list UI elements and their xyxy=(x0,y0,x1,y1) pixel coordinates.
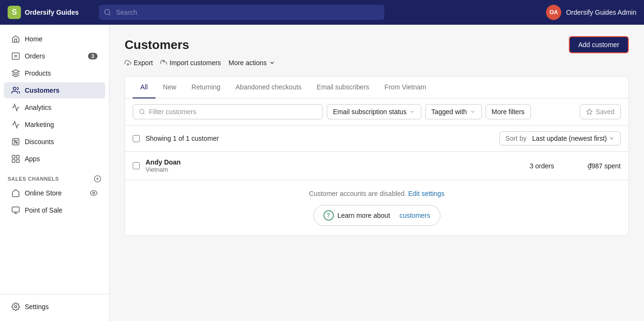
filter-search-box[interactable] xyxy=(133,104,323,119)
sidebar-label-settings: Settings xyxy=(25,303,49,311)
sidebar-item-discounts[interactable]: Discounts xyxy=(4,134,105,150)
sidebar-item-orders[interactable]: Orders 3 xyxy=(4,48,105,64)
showing-text: Showing 1 of 1 customer xyxy=(146,135,499,142)
sort-label: Sort by xyxy=(506,135,527,142)
saved-button[interactable]: Saved xyxy=(580,104,621,119)
marketing-icon xyxy=(11,120,20,129)
edit-settings-link[interactable]: Edit settings xyxy=(408,190,444,197)
svg-rect-11 xyxy=(12,156,15,158)
select-all-checkbox[interactable] xyxy=(133,135,140,142)
sidebar-item-analytics[interactable]: Analytics xyxy=(4,99,105,116)
sort-button[interactable]: Sort by Last update (newest first) xyxy=(499,131,621,146)
tab-abandoned[interactable]: Abandoned checkouts xyxy=(228,77,309,98)
more-actions-label: More actions xyxy=(229,59,267,67)
sidebar-label-online-store: Online Store xyxy=(25,189,62,197)
filter-customers-input[interactable] xyxy=(149,108,317,116)
user-menu[interactable]: OA Ordersify Guides Admin xyxy=(546,5,636,20)
home-icon xyxy=(11,35,20,43)
sidebar-item-products[interactable]: Products xyxy=(4,65,105,81)
chevron-down-icon xyxy=(410,109,415,115)
svg-point-0 xyxy=(105,10,110,15)
svg-point-18 xyxy=(93,192,95,194)
learn-more-box[interactable]: ? Learn more about customers xyxy=(313,205,440,226)
tab-returning[interactable]: Returning xyxy=(184,77,228,98)
avatar: OA xyxy=(546,5,561,20)
saved-label: Saved xyxy=(595,108,615,116)
svg-rect-14 xyxy=(17,160,20,163)
more-actions-dropdown[interactable]: More actions xyxy=(229,59,275,67)
brand: S Ordersify Guides xyxy=(8,6,93,19)
accounts-disabled-text: Customer accounts are disabled. xyxy=(309,190,407,197)
learn-more-pre: Learn more about xyxy=(338,212,390,219)
email-subscription-filter[interactable]: Email subscription status xyxy=(327,104,421,119)
learn-more-link[interactable]: customers xyxy=(400,212,430,219)
svg-marker-5 xyxy=(12,70,20,74)
tab-new[interactable]: New xyxy=(156,77,184,98)
sales-channels-section: SALES CHANNELS xyxy=(0,167,109,185)
customers-icon xyxy=(11,86,20,95)
pos-icon xyxy=(11,206,20,214)
search-icon xyxy=(104,9,111,16)
sidebar-item-home[interactable]: Home xyxy=(4,31,105,47)
tab-email-subscribers[interactable]: Email subscribers xyxy=(309,77,377,98)
tab-all[interactable]: All xyxy=(133,77,156,98)
apps-icon xyxy=(11,155,20,163)
sidebar-item-point-of-sale[interactable]: Point of Sale xyxy=(4,202,105,218)
user-name: Ordersify Guides Admin xyxy=(566,9,636,16)
more-filters-button[interactable]: More filters xyxy=(486,104,531,119)
page-title: Customers xyxy=(125,38,189,52)
sidebar-item-settings[interactable]: Settings xyxy=(4,299,105,315)
export-link[interactable]: Export xyxy=(125,59,153,67)
sidebar-item-online-store[interactable]: Online Store xyxy=(4,185,105,201)
chevron-down-icon xyxy=(269,59,275,66)
search-input[interactable] xyxy=(99,5,384,20)
svg-point-6 xyxy=(13,87,16,90)
sidebar-label-products: Products xyxy=(25,69,51,77)
search-container xyxy=(99,5,384,20)
discounts-icon xyxy=(11,137,20,146)
table-meta: Showing 1 of 1 customer Sort by Last upd… xyxy=(125,126,628,152)
eye-icon[interactable] xyxy=(90,189,98,197)
sidebar: Home Orders 3 Products Customers Analyti… xyxy=(0,25,109,321)
shopify-icon: S xyxy=(8,6,21,19)
orders-icon xyxy=(11,52,20,60)
sidebar-label-orders: Orders xyxy=(25,52,45,60)
sort-icon xyxy=(609,136,615,141)
customer-checkbox[interactable] xyxy=(133,162,140,169)
sidebar-item-marketing[interactable]: Marketing xyxy=(4,117,105,133)
topnav: S Ordersify Guides OA Ordersify Guides A… xyxy=(0,0,644,25)
email-subscription-label: Email subscription status xyxy=(333,108,407,116)
svg-point-7 xyxy=(14,140,15,141)
add-customer-button[interactable]: Add customer xyxy=(569,36,629,53)
sort-value: Last update (newest first) xyxy=(532,135,607,142)
sidebar-label-apps: Apps xyxy=(25,155,40,163)
import-label: Import customers xyxy=(169,59,221,67)
customer-spent: ₫987 spent xyxy=(564,162,621,170)
svg-point-22 xyxy=(15,306,17,308)
svg-rect-13 xyxy=(12,160,15,163)
export-icon xyxy=(125,59,131,66)
sidebar-label-marketing: Marketing xyxy=(25,121,54,128)
brand-name: Ordersify Guides xyxy=(25,9,79,16)
settings-icon xyxy=(11,302,20,311)
sidebar-label-analytics: Analytics xyxy=(25,104,51,111)
star-icon xyxy=(586,108,593,115)
tab-from-vietnam[interactable]: From Vietnam xyxy=(377,77,434,98)
add-channel-icon[interactable] xyxy=(94,175,101,183)
tabs-bar: All New Returning Abandoned checkouts Em… xyxy=(125,77,628,98)
sidebar-label-discounts: Discounts xyxy=(25,138,54,146)
page-actions: Export Import customers More actions xyxy=(125,59,629,67)
filters-bar: Email subscription status Tagged with Mo… xyxy=(125,98,628,126)
table-row[interactable]: Andy Doan Vietnam 3 orders ₫987 spent xyxy=(125,152,628,180)
online-store-icon xyxy=(11,189,20,197)
sidebar-item-apps[interactable]: Apps xyxy=(4,151,105,167)
sidebar-label-pos: Point of Sale xyxy=(25,206,62,214)
sidebar-label-customers: Customers xyxy=(25,87,59,94)
tagged-with-filter[interactable]: Tagged with xyxy=(425,104,482,119)
svg-point-8 xyxy=(16,142,18,144)
page-header: Customers Add customer xyxy=(125,36,629,53)
export-label: Export xyxy=(134,59,153,67)
import-link[interactable]: Import customers xyxy=(160,59,221,67)
customer-location: Vietnam xyxy=(146,166,497,173)
sidebar-item-customers[interactable]: Customers xyxy=(4,82,105,98)
